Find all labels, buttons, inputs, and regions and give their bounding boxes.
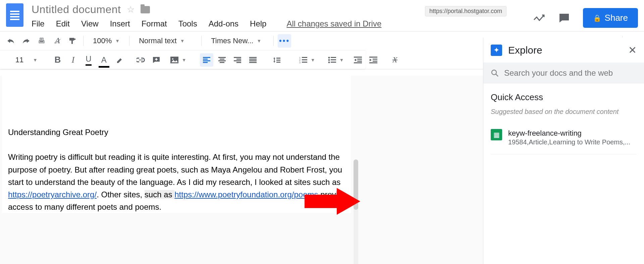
svg-text:3: 3 [299, 61, 301, 63]
comments-icon[interactable] [558, 13, 570, 23]
redo-button[interactable] [19, 34, 33, 48]
explore-search-input[interactable] [504, 68, 637, 78]
quick-access-item-meta: 19584,Article,Learning to Write Poems,..… [508, 138, 630, 146]
svg-rect-11 [203, 62, 208, 63]
bulleted-list-button[interactable]: ▼ [323, 57, 350, 63]
menu-view[interactable]: View [81, 19, 99, 28]
svg-rect-41 [357, 61, 362, 62]
undo-button[interactable] [4, 34, 17, 48]
highlight-button[interactable] [113, 53, 126, 67]
bold-button[interactable]: B [51, 53, 64, 67]
align-left-button[interactable] [200, 53, 213, 67]
underline-button[interactable]: U [82, 53, 95, 67]
quick-access-item[interactable]: ▦ keyw-freelance-writing 19584,Article,L… [491, 126, 637, 154]
explore-icon: ✦ [491, 45, 502, 56]
line-spacing-button[interactable] [268, 57, 286, 63]
font-value: Times New... [211, 37, 253, 45]
quick-access-item-title: keyw-freelance-writing [508, 129, 630, 138]
save-status[interactable]: All changes saved in Drive [286, 19, 381, 28]
svg-rect-1 [74, 39, 75, 40]
menu-file[interactable]: File [32, 19, 45, 28]
share-label: Share [605, 13, 628, 23]
close-icon[interactable]: ✕ [628, 44, 637, 56]
svg-rect-38 [331, 62, 336, 63]
svg-rect-17 [236, 59, 241, 60]
zoom-dropdown[interactable]: 100%▼ [88, 37, 125, 45]
explore-panel: ✦ Explore ✕ Quick Access Suggested based… [483, 38, 644, 264]
url-tooltip: https://portal.hostgator.com [425, 6, 506, 16]
fontsize-value: 11 [9, 56, 30, 64]
menu-insert[interactable]: Insert [110, 19, 130, 28]
svg-rect-2 [71, 41, 73, 44]
menu-edit[interactable]: Edit [56, 19, 70, 28]
svg-rect-10 [203, 60, 210, 61]
align-justify-button[interactable] [246, 53, 260, 67]
svg-point-34 [328, 59, 330, 61]
text-color-button[interactable]: A [97, 53, 111, 67]
svg-rect-36 [331, 57, 336, 58]
more-toolbar-button[interactable]: ••• [278, 34, 291, 48]
paint-format-button[interactable] [66, 34, 79, 48]
comment-button[interactable] [150, 53, 163, 67]
svg-rect-46 [369, 62, 377, 63]
quick-access-subtitle: Suggested based on the document content [491, 108, 637, 116]
search-icon [491, 69, 499, 77]
indent-increase-button[interactable] [367, 53, 380, 67]
zoom-value: 100% [93, 37, 112, 45]
svg-point-7 [172, 58, 173, 60]
align-center-button[interactable] [215, 53, 229, 67]
doc-heading: Understanding Great Poetry [8, 126, 351, 138]
lock-icon: 🔒 [593, 14, 601, 22]
svg-rect-25 [276, 60, 280, 61]
explore-title: Explore [508, 45, 622, 56]
style-dropdown[interactable]: Normal text▼ [133, 37, 197, 45]
svg-rect-9 [203, 59, 208, 60]
image-button[interactable]: ▼ [165, 57, 192, 63]
explore-header: ✦ Explore ✕ [483, 38, 644, 63]
document-page[interactable]: Understanding Great Poetry Writing poetr… [2, 76, 351, 213]
svg-rect-26 [276, 62, 280, 63]
italic-button[interactable]: I [66, 53, 80, 67]
svg-rect-0 [69, 38, 74, 41]
svg-rect-32 [302, 62, 307, 63]
link-poetryfoundation[interactable]: https://www.poetryfoundation.org/poems [174, 190, 318, 199]
link-button[interactable] [134, 53, 148, 67]
indent-decrease-button[interactable] [351, 53, 365, 67]
svg-point-35 [328, 61, 330, 63]
svg-rect-20 [249, 57, 257, 58]
print-button[interactable]: 🖶 [35, 34, 48, 48]
svg-text:2: 2 [299, 59, 301, 61]
docs-logo-icon[interactable] [6, 3, 23, 27]
svg-rect-15 [220, 62, 224, 63]
move-folder-icon[interactable] [141, 6, 150, 13]
menu-tools[interactable]: Tools [178, 19, 197, 28]
svg-rect-40 [357, 59, 362, 60]
menu-addons[interactable]: Add-ons [209, 19, 238, 28]
align-right-button[interactable] [231, 53, 244, 67]
explore-search[interactable] [483, 63, 644, 83]
star-icon[interactable]: ☆ [127, 4, 135, 15]
svg-rect-21 [249, 59, 257, 60]
svg-rect-19 [236, 62, 241, 63]
fontsize-dropdown[interactable]: 11▼ [4, 56, 43, 64]
svg-rect-13 [220, 59, 224, 60]
spellcheck-button[interactable]: A̷ [50, 34, 64, 48]
quick-access-heading: Quick Access [491, 92, 637, 103]
numbered-list-button[interactable]: 123 ▼ [294, 57, 321, 63]
activity-icon[interactable] [533, 14, 545, 22]
svg-rect-22 [249, 60, 257, 61]
font-dropdown[interactable]: Times New...▼ [206, 37, 269, 45]
menu-format[interactable]: Format [142, 19, 167, 28]
svg-rect-18 [234, 60, 241, 61]
explore-body: Quick Access Suggested based on the docu… [483, 83, 644, 163]
svg-rect-45 [373, 61, 377, 62]
menu-help[interactable]: Help [250, 19, 266, 28]
clear-formatting-button[interactable]: X [388, 53, 401, 67]
svg-line-48 [496, 74, 498, 76]
link-poetryarchive[interactable]: https://poetryarchive.org/ [8, 190, 97, 199]
document-title[interactable]: Untitled document [32, 3, 121, 16]
share-button[interactable]: 🔒 Share [583, 8, 638, 28]
header-actions: 🔒 Share [533, 8, 638, 28]
svg-rect-39 [354, 57, 362, 58]
svg-point-33 [328, 57, 330, 58]
